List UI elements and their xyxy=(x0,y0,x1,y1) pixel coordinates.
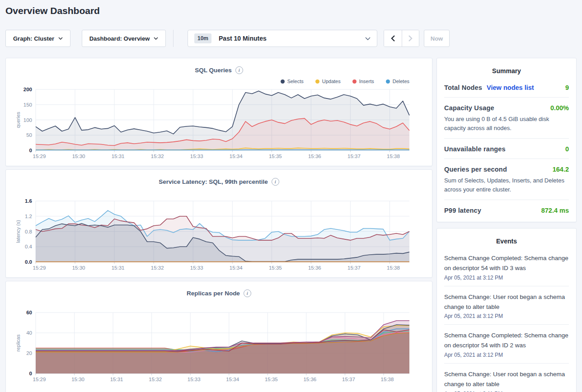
time-range-label: Past 10 Minutes xyxy=(219,35,267,42)
summary-row: Total NodesView nodes list9 xyxy=(444,77,569,97)
summary-row: Queries per second164.2Sum of Selects, U… xyxy=(444,159,569,200)
dashboard-dropdown-label: Dashboard: Overview xyxy=(89,35,150,42)
sql-queries-chart[interactable]: 05010015020015:2915:3015:3115:3215:3315:… xyxy=(6,58,433,163)
event-text: Schema Change: User root began a schema … xyxy=(444,369,569,389)
summary-row: Unavailable ranges0 xyxy=(444,138,569,159)
events-panel: Events Schema Change Completed: Schema c… xyxy=(436,228,577,392)
svg-text:15:32: 15:32 xyxy=(151,154,164,159)
svg-text:0: 0 xyxy=(29,148,32,153)
view-nodes-list-link[interactable]: View nodes list xyxy=(487,84,534,91)
svg-text:15:38: 15:38 xyxy=(387,154,400,159)
summary-label: Total Nodes xyxy=(444,84,482,91)
svg-text:1.6: 1.6 xyxy=(25,198,32,204)
chevron-down-icon xyxy=(154,37,158,40)
svg-text:15:34: 15:34 xyxy=(226,377,239,382)
summary-value: 872.4 ms xyxy=(541,207,569,214)
time-nav-group xyxy=(384,30,419,47)
svg-text:15:33: 15:33 xyxy=(190,265,203,271)
service-latency-panel: Service Latency: SQL, 99th percentile i … xyxy=(5,169,432,278)
summary-label: Queries per second xyxy=(444,166,507,173)
event-item: Schema Change: User root began a schema … xyxy=(444,363,569,392)
svg-text:15:37: 15:37 xyxy=(347,154,361,159)
summary-panel: Summary Total NodesView nodes list9Capac… xyxy=(436,58,577,222)
svg-text:15:29: 15:29 xyxy=(33,265,46,271)
service-latency-chart[interactable]: 0.00.40.81.21.615:2915:3015:3115:3215:33… xyxy=(6,170,433,275)
svg-text:15:30: 15:30 xyxy=(72,265,85,271)
svg-text:15:33: 15:33 xyxy=(190,154,203,159)
graph-dropdown[interactable]: Graph: Cluster xyxy=(5,30,70,47)
svg-text:15:31: 15:31 xyxy=(110,377,123,382)
svg-text:150: 150 xyxy=(23,102,32,107)
summary-value: 0 xyxy=(565,145,569,153)
event-timestamp: Apr 05, 2021 at 3:12 PM xyxy=(444,352,569,358)
page-title: Overview Dashboard xyxy=(5,5,100,16)
svg-text:replicas: replicas xyxy=(15,334,21,351)
svg-text:15:38: 15:38 xyxy=(387,265,400,271)
svg-text:15:30: 15:30 xyxy=(72,154,85,159)
controls-divider xyxy=(173,30,174,47)
event-text: Schema Change: User root began a schema … xyxy=(444,292,569,312)
svg-text:60: 60 xyxy=(26,310,32,315)
dashboard-dropdown[interactable]: Dashboard: Overview xyxy=(82,30,166,47)
time-forward-button[interactable] xyxy=(402,30,419,47)
svg-text:50: 50 xyxy=(26,132,32,138)
svg-text:15:35: 15:35 xyxy=(265,377,278,382)
event-text: Schema Change Completed: Schema change o… xyxy=(444,331,569,350)
svg-text:15:35: 15:35 xyxy=(269,154,282,159)
summary-label: Unavailable ranges xyxy=(444,145,506,153)
summary-row: P99 latency872.4 ms xyxy=(444,200,569,220)
summary-row: Capacity Usage0.00%You are using 0 B of … xyxy=(444,97,569,138)
svg-text:15:31: 15:31 xyxy=(112,265,125,271)
chevron-right-icon xyxy=(408,35,413,42)
chevron-down-icon xyxy=(58,37,63,40)
svg-text:latency (s): latency (s) xyxy=(15,220,21,243)
svg-text:15:36: 15:36 xyxy=(303,377,316,382)
summary-value: 9 xyxy=(565,84,569,91)
chevron-left-icon xyxy=(391,35,395,42)
svg-text:15:32: 15:32 xyxy=(151,265,164,271)
svg-text:15:35: 15:35 xyxy=(269,265,282,271)
sql-queries-panel: SQL Queries i SelectsUpdatesInsertsDelet… xyxy=(5,58,432,166)
svg-text:15:38: 15:38 xyxy=(381,377,394,382)
svg-text:15:30: 15:30 xyxy=(71,377,84,382)
summary-title: Summary xyxy=(437,58,576,77)
svg-text:1.2: 1.2 xyxy=(25,214,32,219)
event-item: Schema Change Completed: Schema change o… xyxy=(444,247,569,286)
summary-value: 0.00% xyxy=(550,104,569,112)
svg-text:0.4: 0.4 xyxy=(25,244,33,249)
svg-text:15:37: 15:37 xyxy=(347,265,361,271)
event-timestamp: Apr 05, 2021 at 3:12 PM xyxy=(444,313,569,319)
replicas-per-node-panel: Replicas per Node i 020406015:2915:3015:… xyxy=(5,281,432,392)
event-timestamp: Apr 05, 2021 at 3:12 PM xyxy=(444,275,569,281)
summary-subtext: You are using 0 B of 4.5 GiB usable disk… xyxy=(444,115,569,132)
events-title: Events xyxy=(437,229,576,247)
svg-text:15:34: 15:34 xyxy=(230,154,243,159)
svg-text:15:29: 15:29 xyxy=(33,154,46,159)
svg-text:20: 20 xyxy=(26,350,32,356)
svg-text:0.0: 0.0 xyxy=(25,259,32,265)
time-back-button[interactable] xyxy=(384,30,402,47)
svg-text:200: 200 xyxy=(23,87,32,92)
graph-dropdown-label: Graph: Cluster xyxy=(13,35,54,42)
svg-text:15:31: 15:31 xyxy=(112,154,125,159)
svg-text:15:37: 15:37 xyxy=(342,377,355,382)
svg-text:15:34: 15:34 xyxy=(230,265,243,271)
svg-text:15:36: 15:36 xyxy=(308,265,321,271)
svg-text:queries: queries xyxy=(15,112,21,128)
svg-text:15:32: 15:32 xyxy=(149,377,162,382)
chevron-down-icon xyxy=(365,37,371,40)
svg-text:15:33: 15:33 xyxy=(188,377,201,382)
event-item: Schema Change Completed: Schema change o… xyxy=(444,324,569,363)
event-item: Schema Change: User root began a schema … xyxy=(444,286,569,325)
event-text: Schema Change Completed: Schema change o… xyxy=(444,253,569,273)
summary-label: Capacity Usage xyxy=(444,104,494,112)
svg-text:100: 100 xyxy=(23,117,32,123)
time-range-dropdown[interactable]: 10m Past 10 Minutes xyxy=(188,30,377,47)
svg-text:15:36: 15:36 xyxy=(308,154,321,159)
summary-value: 164.2 xyxy=(553,166,569,173)
svg-text:0.8: 0.8 xyxy=(25,229,32,234)
svg-text:0: 0 xyxy=(29,371,32,376)
now-button[interactable]: Now xyxy=(424,30,450,47)
replicas-per-node-chart[interactable]: 020406015:2915:3015:3115:3215:3315:3415:… xyxy=(6,281,433,386)
summary-subtext: Sum of Selects, Updates, Inserts, and De… xyxy=(444,176,569,194)
